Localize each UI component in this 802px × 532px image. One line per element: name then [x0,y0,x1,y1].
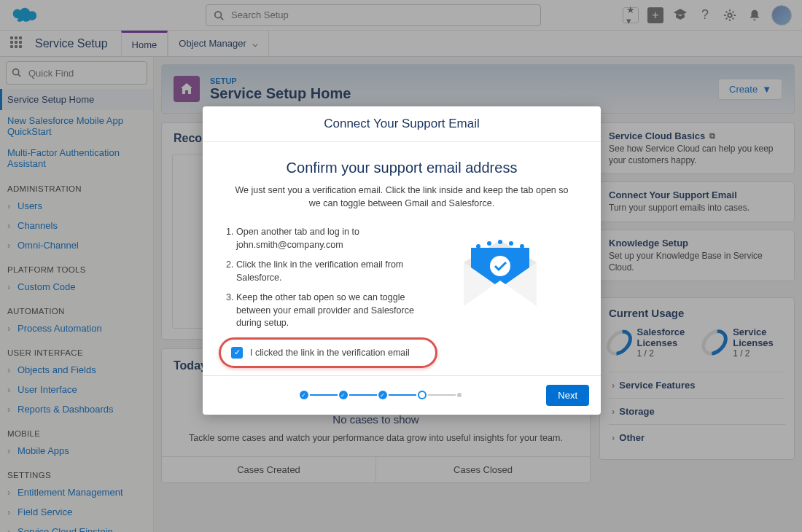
progress-step-done: ✓ [339,391,348,399]
next-button[interactable]: Next [546,385,589,406]
svg-point-10 [520,244,524,249]
envelope-illustration [449,226,551,313]
connect-email-modal: × Connect Your Support Email Confirm you… [203,106,601,415]
modal-title: Connect Your Support Email [203,106,601,142]
progress-step-current [418,391,427,399]
step-3: Keep the other tab open so we can toggle… [236,292,435,330]
modal-footer: ✓ ✓ ✓ Next [203,375,601,415]
svg-point-5 [490,256,510,276]
step-2: Click the link in the verification email… [236,259,435,284]
progress-step-done: ✓ [300,391,308,399]
verification-checkbox[interactable] [231,347,243,359]
progress-indicator: ✓ ✓ ✓ [214,391,546,399]
svg-point-6 [476,244,480,249]
svg-point-7 [487,241,491,246]
svg-point-9 [509,241,513,246]
modal-heading: Confirm your support email address [223,160,580,176]
progress-step-done: ✓ [378,391,387,399]
step-1: Open another tab and log in to john.smit… [236,226,435,251]
checkbox-label: I clicked the link in the verification e… [250,348,410,358]
modal-subtitle: We just sent you a verification email. C… [223,184,580,210]
progress-step-future [457,393,462,397]
verification-checkbox-highlight: I clicked the link in the verification e… [219,337,437,368]
svg-point-8 [498,240,502,244]
modal-instructions: Open another tab and log in to john.smit… [223,226,435,368]
